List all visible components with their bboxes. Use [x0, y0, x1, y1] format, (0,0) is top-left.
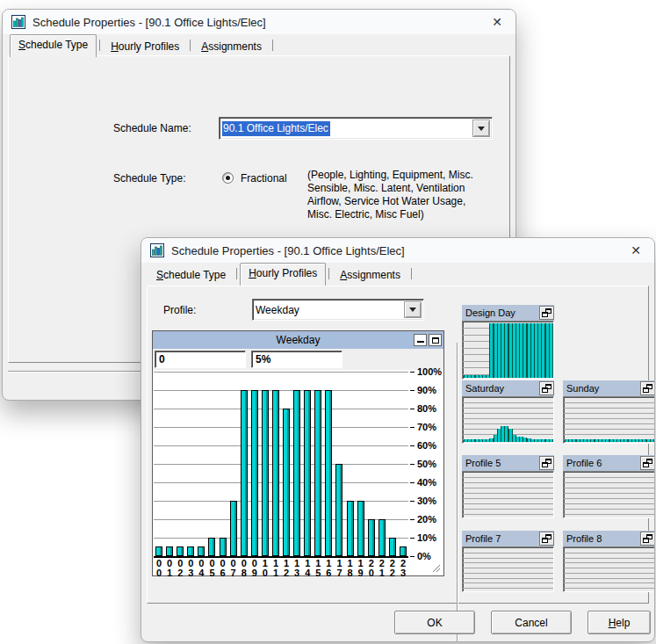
schedule-properties-dialog-front: Schedule Properties - [90.1 Office Light… [141, 237, 655, 642]
maximize-button[interactable] [429, 334, 442, 346]
x-tick-label: 2 [281, 568, 292, 578]
tab-divider [328, 268, 329, 279]
hour-bar[interactable] [251, 390, 258, 556]
gridline [154, 482, 408, 483]
hour-bar[interactable] [335, 464, 342, 556]
tab-divider [272, 40, 273, 51]
gridline [463, 509, 553, 510]
tab-assignments[interactable]: Assignments [332, 265, 408, 286]
gridline [564, 493, 654, 494]
profile-thumbnail: Profile 5 [462, 455, 554, 518]
thumbnail-title: Profile 5 [462, 455, 554, 471]
thumbnail-chart[interactable] [563, 471, 655, 518]
gridline [564, 488, 654, 488]
restore-icon [542, 312, 548, 317]
dialog-title: Schedule Properties - [90.1 Office Light… [171, 244, 405, 257]
hour-bar[interactable] [155, 546, 162, 556]
gridline [463, 582, 553, 583]
hour-bar[interactable] [293, 390, 300, 556]
schedule-name-combobox[interactable]: 90.1 Office Lights/Elec [219, 117, 493, 140]
x-tick-label: 3 [292, 568, 302, 578]
schedule-type-description: (People, Lighting, Equipment, Misc. Sens… [307, 169, 496, 221]
close-button[interactable]: ✕ [487, 10, 507, 34]
app-icon [150, 243, 164, 257]
app-icon [11, 15, 25, 29]
schedule-type-label: Schedule Type: [113, 172, 186, 185]
hour-bar[interactable] [177, 546, 184, 556]
gridline [564, 553, 654, 554]
hour-bar [549, 439, 553, 442]
ok-button[interactable]: OK [394, 611, 475, 634]
restore-button[interactable] [539, 381, 554, 395]
thumbnail-title: Profile 6 [563, 455, 655, 471]
tab-hourly-profiles[interactable]: Hourly Profiles [240, 263, 326, 286]
hour-bar[interactable] [314, 390, 321, 556]
thumbnail-chart[interactable] [462, 321, 554, 380]
x-tick-label: 1 [164, 568, 175, 578]
restore-button[interactable] [539, 532, 554, 546]
hour-bar[interactable] [166, 546, 173, 556]
gridline [463, 562, 553, 563]
schedule-name-label: Schedule Name: [113, 122, 191, 134]
combobox-arrow-icon[interactable] [404, 301, 422, 318]
restore-button[interactable] [640, 456, 655, 470]
thumbnail-chart[interactable] [462, 546, 554, 592]
hour-bar[interactable] [347, 501, 354, 556]
hour-bar[interactable] [325, 390, 332, 556]
hour-bar[interactable] [368, 519, 375, 556]
tab-assignments[interactable]: Assignments [193, 37, 270, 57]
cancel-button[interactable]: Cancel [491, 611, 572, 634]
thumbnail-chart[interactable] [563, 396, 655, 444]
restore-button[interactable] [539, 306, 554, 320]
resize-grip-icon[interactable] [432, 564, 441, 573]
restore-button[interactable] [640, 532, 655, 546]
hour-bar[interactable] [389, 538, 396, 556]
weekday-plot[interactable] [154, 372, 408, 558]
hour-bar[interactable] [241, 390, 248, 556]
thumbnail-chart[interactable] [462, 396, 554, 444]
fractional-radio[interactable] [222, 172, 234, 184]
combobox-arrow-icon[interactable] [472, 119, 490, 137]
minimize-button[interactable] [414, 334, 427, 346]
hour-field[interactable] [155, 351, 246, 368]
hour-bar[interactable] [378, 519, 386, 556]
thumbnail-chart[interactable] [563, 546, 655, 592]
hour-bar[interactable] [283, 409, 290, 556]
tab-schedule-type[interactable]: Schedule Type [10, 34, 97, 57]
thumbnail-title: Design Day [462, 305, 554, 321]
profile-label: Profile: [163, 304, 196, 316]
minimize-icon [417, 341, 424, 343]
restore-icon [542, 538, 548, 543]
tab-hourly-profiles[interactable]: Hourly Profiles [103, 37, 187, 57]
close-button[interactable]: ✕ [626, 238, 645, 263]
hour-bar[interactable] [400, 546, 407, 556]
hour-bar[interactable] [220, 538, 227, 556]
thumbnail-chart[interactable] [462, 471, 554, 518]
restore-button[interactable] [539, 456, 554, 470]
hour-bar[interactable] [230, 501, 237, 556]
gridline [564, 408, 654, 409]
value-field[interactable] [251, 351, 342, 368]
y-tick-label: 50% [410, 459, 436, 469]
gridline [463, 553, 553, 554]
schedule-name-value: 90.1 Office Lights/Elec [222, 121, 330, 136]
desktop: Schedule Properties - [90.1 Office Light… [0, 0, 656, 644]
profile-combobox[interactable]: Weekday [252, 299, 424, 321]
hour-bar[interactable] [304, 390, 311, 556]
hour-bar[interactable] [262, 390, 269, 556]
tab-schedule-type[interactable]: Schedule Type [148, 265, 234, 286]
gridline [463, 558, 553, 559]
x-tick-label: 0 [366, 568, 377, 578]
hour-bar[interactable] [208, 538, 215, 556]
help-button[interactable]: Help [588, 611, 651, 634]
y-tick-label: 90% [410, 385, 436, 395]
hour-bar[interactable] [272, 390, 279, 556]
profile-thumbnail: Profile 7 [462, 531, 554, 592]
restore-button[interactable] [640, 381, 655, 395]
x-tick-label: 6 [218, 568, 228, 578]
panel-separator [457, 343, 458, 642]
thumbnail-title: Saturday [462, 380, 554, 396]
hour-bar[interactable] [187, 546, 194, 556]
hour-bar[interactable] [357, 501, 364, 556]
hour-bar[interactable] [198, 546, 205, 556]
